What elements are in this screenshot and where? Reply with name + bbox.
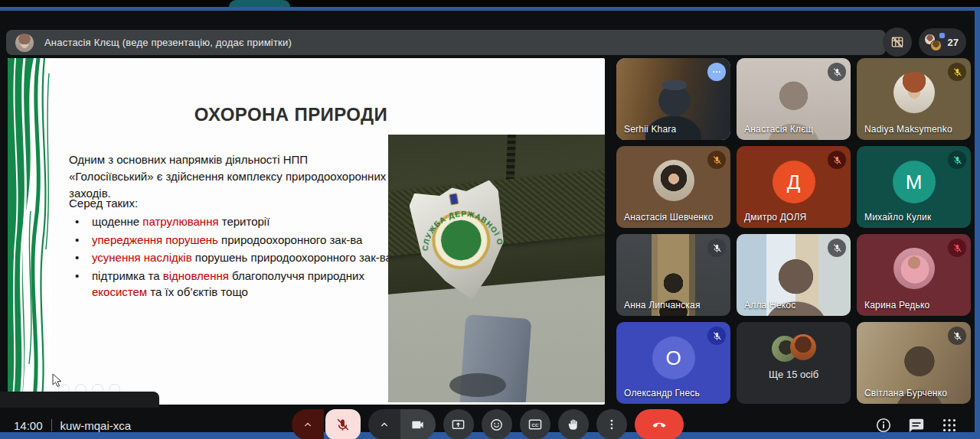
slide-bullet: усунення наслідків порушень природоохоро… [75,250,397,266]
more-vertical-icon [605,418,619,431]
camera-on-button[interactable] [400,409,436,439]
slide-bullet-list: щоденне патрулювання територіїупередженн… [75,214,397,302]
layout-crossed-icon [890,34,905,50]
slide-bullet: щоденне патрулювання території [75,214,397,230]
participant-tile-overflow[interactable]: Ще 15 осіб [737,322,851,404]
badge-photo: СЛУЖБА ДЕРЖАВНОЇ ОХОРОНИ [388,135,605,402]
slide-bullet: підтримка та відновлення благополуччя пр… [75,268,397,300]
mic-muted-indicator [707,151,726,169]
participant-tile-anastasiia-shevchenko[interactable]: Анастасія Шевченко [616,146,730,228]
info-button[interactable] [875,417,892,434]
initial-avatar: Д [773,161,815,203]
presenter-avatar [15,34,34,52]
mic-off-icon [832,155,842,165]
mouse-cursor [52,373,63,389]
participant-tile-serhii-khara[interactable]: Serhii Khara [616,58,730,140]
end-call-icon [651,416,668,433]
present-screen-button[interactable] [443,409,474,439]
presenter-banner: Анастасія Клєщ (веде презентацію, додає … [6,30,886,55]
participants-avatars [923,32,945,52]
mic-muted-indicator [948,63,966,81]
presenter-label: Анастасія Клєщ (веде презентацію, додає … [44,37,292,48]
present-icon [451,418,466,432]
mic-off-icon [952,331,962,341]
shoe-shadow [449,373,506,398]
participant-name: Карина Редько [864,300,929,311]
mic-muted-indicator [948,151,966,169]
camera-icon [410,418,425,432]
shared-presentation-slide[interactable]: ОХОРОНА ПРИРОДИ Одним з основних напрямк… [8,58,605,405]
participant-tile-anastasiia-kliesh[interactable]: Анастасія Клєщ [737,58,851,140]
participant-name: Serhii Khara [624,124,676,135]
participant-tile-alla-nekos[interactable]: Алла Некос [737,234,851,316]
mic-muted-indicator [948,239,966,257]
tile-menu-button[interactable] [707,63,726,81]
mic-off-icon [335,418,350,432]
avatar [653,160,694,201]
mic-options-button[interactable] [292,409,324,439]
clock-time: 14:00 [14,419,43,432]
slide-intro-text: Одним з основних напрямків діяльності НП… [69,151,394,201]
participant-count: 27 [948,37,959,48]
mic-off-icon [712,243,722,253]
layout-unavailable-button[interactable] [883,28,912,57]
mic-off-icon [832,67,842,77]
mic-group [292,409,361,439]
mic-muted-indicator [828,63,846,81]
participant-name: Анастасія Шевченко [624,212,714,223]
participant-tile-oleksandr-hnes[interactable]: ООлександр Гнесь [616,322,730,404]
participant-grid: Serhii Khara Анастасія Клєщ Nadiya Maksy… [616,58,971,405]
presentation-controls-overlay [0,392,159,408]
mic-off-icon [952,67,962,77]
participant-tile-anna-lypchanska[interactable]: Анна Липчанская [616,234,730,316]
chevron-up-icon [378,418,390,431]
reactions-button[interactable] [482,409,512,439]
mic-muted-button[interactable] [325,409,361,439]
participant-tile-svitlana-burchenko[interactable]: Світлана Бурченко [857,322,971,404]
meet-app-area: Анастасія Клєщ (веде презентацію, додає … [0,7,980,439]
mic-off-icon [952,243,962,253]
participant-tile-nadiya-maksymenko[interactable]: Nadiya Maksymenko [857,58,971,140]
divider [51,419,52,431]
participants-button[interactable]: 27 [919,28,966,56]
meeting-code: kuw-mqai-xca [60,419,132,432]
avatar [790,334,816,360]
tile-menu-icon [711,67,722,77]
mic-muted-indicator [828,151,846,169]
mic-muted-indicator [828,239,846,257]
participant-tile-karyna-redko[interactable]: Карина Редько [857,234,971,316]
svg-text:CC: CC [531,422,539,428]
participant-name: Олександр Гнесь [624,388,700,398]
participant-name: Анна Липчанская [624,300,701,311]
mic-muted-indicator [948,327,966,345]
mic-muted-indicator [707,327,726,345]
captions-button[interactable]: CC [520,409,550,439]
camera-options-button[interactable] [368,409,400,439]
participant-tile-dmytro-dolia[interactable]: ДДмитро ДОЛЯ [737,146,851,228]
mic-muted-indicator [707,239,726,257]
captions-icon: CC [528,417,543,432]
participant-name: Алла Некос [744,300,795,311]
apps-grid-button[interactable] [941,417,958,434]
raise-hand-button[interactable] [558,409,589,439]
overflow-count-label: Ще 15 осіб [737,369,851,380]
participant-name: Nadiya Maksymenko [864,124,952,135]
avatar [893,72,935,113]
meeting-info: 14:00 kuw-mqai-xca [14,408,131,439]
more-options-button[interactable] [596,409,627,439]
avatar [893,248,935,289]
slide-list-intro: Серед таких: [69,197,138,210]
mic-off-icon [712,331,722,341]
chat-button[interactable] [908,417,925,434]
hand-icon [567,418,580,431]
participant-name: Анастасія Клєщ [744,124,814,135]
call-controls: CC [292,409,684,439]
avatar [930,40,942,51]
mic-off-icon [832,243,842,253]
slide-bullet: упередження порушень природоохоронного з… [75,233,397,249]
slide-green-wave-art [8,58,52,405]
participant-tile-mykhailo-kulyk[interactable]: ММихайло Кулик [857,146,971,228]
chevron-up-icon [302,418,314,431]
right-utils [875,408,958,439]
end-call-button[interactable] [635,409,684,439]
